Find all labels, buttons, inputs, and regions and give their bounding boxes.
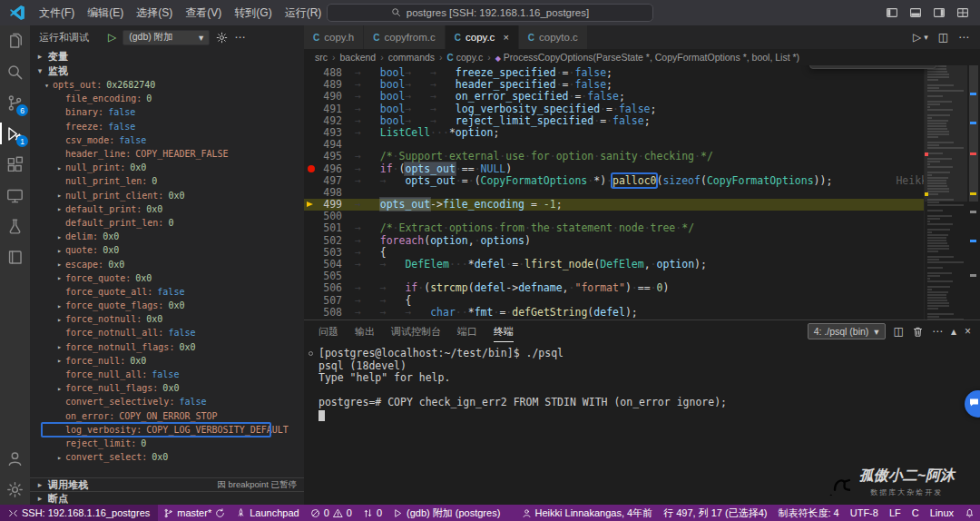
breadcrumb-item[interactable]: src: [315, 52, 328, 63]
activitybar-debug-icon[interactable]: 1: [0, 118, 30, 149]
activitybar-remote-icon[interactable]: [0, 180, 30, 211]
statusbar-notifications[interactable]: [959, 505, 980, 521]
command-decoration-icon[interactable]: [309, 351, 313, 356]
watch-item-null_print_len[interactable]: null_print_len:0: [30, 174, 304, 188]
scrollbar-slider[interactable]: [969, 65, 978, 202]
gutter-glyph-margin[interactable]: [304, 270, 318, 282]
gutter-glyph-margin[interactable]: [304, 295, 318, 307]
breadcrumb-item[interactable]: commands: [388, 52, 435, 63]
gear-icon[interactable]: [216, 32, 228, 44]
section-watch[interactable]: ▾ 监视: [30, 64, 304, 78]
watch-item-convert_selectively[interactable]: convert_selectively:false: [30, 395, 304, 408]
gutter-glyph-margin[interactable]: [304, 79, 318, 91]
watch-item-default_print[interactable]: ▸default_print:0x0: [30, 202, 304, 216]
toggle-sidebar-icon[interactable]: [886, 6, 898, 19]
watch-item-file_encoding[interactable]: file_encoding:0: [30, 92, 304, 105]
gutter-glyph-margin[interactable]: [304, 187, 318, 199]
gutter-glyph-margin[interactable]: [304, 211, 318, 222]
statusbar-debug-session[interactable]: (gdb) 附加 (postgres): [387, 505, 505, 521]
activitybar-scm-icon[interactable]: 6: [0, 87, 30, 118]
activitybar-extensions-icon[interactable]: [0, 149, 30, 180]
statusbar-problems[interactable]: 00: [305, 505, 358, 521]
breakpoint-dot[interactable]: [304, 163, 318, 175]
run-dropdown-icon[interactable]: ▾: [924, 33, 928, 42]
statusbar-ports[interactable]: 0: [358, 505, 387, 521]
watch-item-convert_select[interactable]: ▸convert_select:0x0: [30, 450, 304, 464]
terminal-selector-dropdown[interactable]: 4: ./psql (bin) ▾: [808, 323, 886, 339]
tab-copy.h[interactable]: Ccopy.h: [304, 25, 364, 49]
section-callstack[interactable]: ▸ 调用堆栈 因 breakpoint 已暂停: [30, 477, 304, 491]
gutter-glyph-margin[interactable]: [304, 103, 318, 115]
breadcrumb-item[interactable]: C copy.c: [447, 52, 484, 63]
panel-tab-调试控制台[interactable]: 调试控制台: [391, 320, 441, 342]
kill-terminal-icon[interactable]: [912, 326, 924, 338]
gutter-glyph-margin[interactable]: [304, 91, 318, 103]
breadcrumb-item[interactable]: ◆ ProcessCopyOptions(ParseState *, CopyF…: [495, 52, 799, 63]
activitybar-account-icon[interactable]: [0, 443, 30, 474]
code-editor[interactable]: 488→ bool→ → freeze_specified·=·false;48…: [304, 65, 980, 319]
gutter-glyph-margin[interactable]: [304, 127, 318, 139]
watch-item-header_line[interactable]: header_line:COPY_HEADER_FALSE: [30, 147, 304, 161]
run-c-file-icon[interactable]: ▷: [913, 31, 921, 44]
gutter-glyph-margin[interactable]: [304, 259, 318, 270]
gutter-glyph-margin[interactable]: [304, 222, 318, 234]
watch-item-log_verbosity[interactable]: log_verbosity:COPY_LOG_VERBOSITY_DEFAULT: [30, 423, 304, 437]
statusbar-language[interactable]: C: [906, 505, 925, 521]
gutter-glyph-margin[interactable]: [304, 139, 318, 151]
gutter-glyph-margin[interactable]: [304, 151, 318, 162]
menu-选择(S)[interactable]: 选择(S): [130, 0, 179, 25]
watch-item-force_quote_flags[interactable]: ▸force_quote_flags:0x0: [30, 299, 304, 312]
scrollbar[interactable]: [967, 65, 980, 319]
toggle-panel-icon[interactable]: [909, 6, 922, 19]
statusbar-indentation[interactable]: 制表符长度: 4: [773, 505, 845, 521]
more-actions-icon[interactable]: ⋯: [234, 31, 245, 44]
panel-tab-端口[interactable]: 端口: [457, 320, 477, 342]
menu-转到(G)[interactable]: 转到(G): [228, 0, 278, 25]
gutter-glyph-margin[interactable]: [304, 175, 318, 187]
gutter-glyph-margin[interactable]: [304, 247, 318, 259]
minimap[interactable]: [924, 65, 967, 319]
tab-copyfrom.c[interactable]: Ccopyfrom.c: [364, 25, 445, 49]
watch-item-csv_mode[interactable]: csv_mode:false: [30, 133, 304, 147]
watch-item-default_print_len[interactable]: default_print_len:0: [30, 216, 304, 230]
activitybar-testing-icon[interactable]: [0, 211, 30, 241]
section-variables[interactable]: ▸ 变量: [30, 49, 304, 64]
breadcrumb-item[interactable]: backend: [340, 52, 377, 63]
watch-item-force_quote[interactable]: ▸force_quote:0x0: [30, 271, 304, 285]
watch-item-binary[interactable]: binary:false: [30, 105, 304, 119]
start-debug-icon[interactable]: ▷: [108, 31, 116, 44]
close-icon[interactable]: ×: [503, 32, 508, 43]
statusbar-eol[interactable]: LF: [884, 505, 906, 521]
debug-config-dropdown[interactable]: (gdb) 附加 ▾: [122, 30, 210, 45]
watch-item-quote[interactable]: ▸quote:0x0: [30, 243, 304, 257]
split-editor-icon[interactable]: ◫: [938, 31, 948, 44]
watch-item-force_quote_all[interactable]: force_quote_all:false: [30, 285, 304, 299]
gutter-glyph-margin[interactable]: [304, 307, 318, 319]
tab-copy.c[interactable]: Ccopy.c×: [446, 25, 519, 49]
watch-item-delim[interactable]: ▸delim:0x0: [30, 230, 304, 243]
menu-编辑(E)[interactable]: 编辑(E): [81, 0, 130, 25]
statusbar-remote[interactable]: SSH: 192.168.1.16_postgres: [0, 505, 158, 521]
close-panel-icon[interactable]: ×: [965, 325, 971, 338]
statusbar-launchpad[interactable]: Launchpad: [230, 505, 304, 521]
watch-item-freeze[interactable]: freeze:false: [30, 120, 304, 133]
panel-tab-输出[interactable]: 输出: [355, 320, 375, 342]
panel-tab-终端[interactable]: 终端: [494, 320, 514, 342]
menu-运行(R)[interactable]: 运行(R): [279, 0, 328, 25]
more-actions-icon[interactable]: ⋯: [932, 325, 943, 338]
command-center-search[interactable]: postgres [SSH: 192.168.1.16_postgres]: [327, 4, 653, 22]
tab-copyto.c[interactable]: Ccopyto.c: [519, 25, 588, 49]
split-terminal-icon[interactable]: ◫: [894, 325, 904, 338]
statusbar-blame[interactable]: Heikki Linnakangas, 4年前: [516, 505, 659, 521]
watch-item-force_notnull_flags[interactable]: ▸force_notnull_flags:0x0: [30, 340, 304, 354]
watch-item-reject_limit[interactable]: reject_limit:0: [30, 437, 304, 450]
statusbar-os[interactable]: Linux: [925, 505, 959, 521]
activitybar-explorer-icon[interactable]: [0, 25, 30, 56]
more-actions-icon[interactable]: ⋯: [958, 31, 969, 44]
watch-item-null_print[interactable]: ▸null_print:0x0: [30, 161, 304, 174]
watch-item-on_error[interactable]: on_error:COPY_ON_ERROR_STOP: [30, 409, 304, 423]
watch-item-force_null[interactable]: ▸force_null:0x0: [30, 354, 304, 368]
maximize-panel-icon[interactable]: ▴: [951, 325, 956, 338]
watch-item-null_print_client[interactable]: ▸null_print_client:0x0: [30, 189, 304, 202]
panel-tab-问题[interactable]: 问题: [318, 320, 338, 342]
